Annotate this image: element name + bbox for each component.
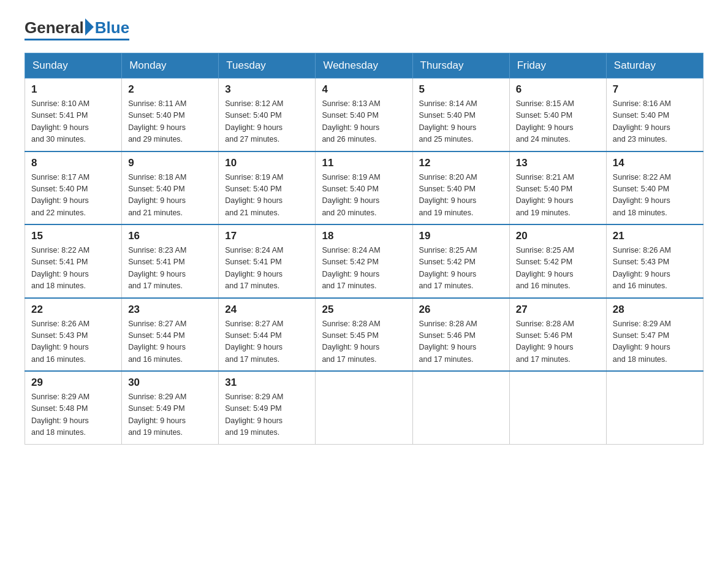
day-number: 13	[516, 157, 600, 169]
calendar-cell: 4Sunrise: 8:13 AMSunset: 5:40 PMDaylight…	[316, 79, 412, 151]
day-number: 21	[613, 230, 697, 242]
calendar-cell: 16Sunrise: 8:23 AMSunset: 5:41 PMDayligh…	[122, 224, 219, 298]
day-info: Sunrise: 8:24 AMSunset: 5:42 PMDaylight:…	[322, 245, 406, 293]
weekday-header-wednesday: Wednesday	[316, 53, 412, 79]
day-number: 28	[613, 304, 697, 316]
calendar-cell: 3Sunrise: 8:12 AMSunset: 5:40 PMDaylight…	[219, 79, 316, 151]
calendar-cell	[606, 371, 703, 444]
day-number: 26	[419, 304, 503, 316]
calendar-cell	[412, 371, 509, 444]
calendar-cell: 24Sunrise: 8:27 AMSunset: 5:44 PMDayligh…	[219, 298, 316, 372]
calendar-cell: 10Sunrise: 8:19 AMSunset: 5:40 PMDayligh…	[219, 151, 316, 225]
day-info: Sunrise: 8:29 AMSunset: 5:47 PMDaylight:…	[613, 318, 697, 366]
day-info: Sunrise: 8:29 AMSunset: 5:49 PMDaylight:…	[225, 391, 309, 439]
weekday-header-thursday: Thursday	[412, 53, 509, 79]
day-number: 17	[225, 230, 309, 242]
calendar-cell: 1Sunrise: 8:10 AMSunset: 5:41 PMDaylight…	[25, 79, 122, 151]
day-info: Sunrise: 8:22 AMSunset: 5:40 PMDaylight:…	[613, 172, 697, 220]
day-number: 9	[128, 157, 212, 169]
calendar-cell: 6Sunrise: 8:15 AMSunset: 5:40 PMDaylight…	[509, 79, 606, 151]
day-number: 24	[225, 304, 309, 316]
day-number: 8	[31, 157, 115, 169]
calendar-cell: 15Sunrise: 8:22 AMSunset: 5:41 PMDayligh…	[25, 224, 122, 298]
week-row-4: 22Sunrise: 8:26 AMSunset: 5:43 PMDayligh…	[25, 298, 703, 372]
day-number: 1	[31, 83, 115, 96]
day-info: Sunrise: 8:27 AMSunset: 5:44 PMDaylight:…	[128, 318, 212, 366]
calendar-cell: 23Sunrise: 8:27 AMSunset: 5:44 PMDayligh…	[122, 298, 219, 372]
day-number: 20	[516, 230, 600, 242]
day-info: Sunrise: 8:25 AMSunset: 5:42 PMDaylight:…	[419, 245, 503, 293]
day-info: Sunrise: 8:10 AMSunset: 5:41 PMDaylight:…	[31, 98, 115, 146]
weekday-header-saturday: Saturday	[606, 53, 703, 79]
day-info: Sunrise: 8:22 AMSunset: 5:41 PMDaylight:…	[31, 245, 115, 293]
day-info: Sunrise: 8:26 AMSunset: 5:43 PMDaylight:…	[31, 318, 115, 366]
day-info: Sunrise: 8:28 AMSunset: 5:46 PMDaylight:…	[419, 318, 503, 366]
day-info: Sunrise: 8:28 AMSunset: 5:46 PMDaylight:…	[516, 318, 600, 366]
calendar-cell: 11Sunrise: 8:19 AMSunset: 5:40 PMDayligh…	[316, 151, 412, 225]
day-number: 16	[128, 230, 212, 242]
calendar-cell: 12Sunrise: 8:20 AMSunset: 5:40 PMDayligh…	[412, 151, 509, 225]
day-info: Sunrise: 8:24 AMSunset: 5:41 PMDaylight:…	[225, 245, 309, 293]
calendar-cell: 9Sunrise: 8:18 AMSunset: 5:40 PMDaylight…	[122, 151, 219, 225]
day-number: 30	[128, 377, 212, 389]
week-row-3: 15Sunrise: 8:22 AMSunset: 5:41 PMDayligh…	[25, 224, 703, 298]
weekday-header-friday: Friday	[509, 53, 606, 79]
day-number: 11	[322, 157, 406, 169]
page-header: General Blue	[25, 18, 703, 40]
day-info: Sunrise: 8:12 AMSunset: 5:40 PMDaylight:…	[225, 98, 309, 146]
calendar-table: SundayMondayTuesdayWednesdayThursdayFrid…	[25, 53, 703, 445]
calendar-cell: 5Sunrise: 8:14 AMSunset: 5:40 PMDaylight…	[412, 79, 509, 151]
weekday-header-tuesday: Tuesday	[219, 53, 316, 79]
calendar-cell: 31Sunrise: 8:29 AMSunset: 5:49 PMDayligh…	[219, 371, 316, 444]
day-info: Sunrise: 8:18 AMSunset: 5:40 PMDaylight:…	[128, 172, 212, 220]
day-number: 5	[419, 83, 503, 96]
day-number: 4	[322, 83, 406, 96]
day-number: 14	[613, 157, 697, 169]
week-row-2: 8Sunrise: 8:17 AMSunset: 5:40 PMDaylight…	[25, 151, 703, 225]
day-number: 2	[128, 83, 212, 96]
calendar-cell: 25Sunrise: 8:28 AMSunset: 5:45 PMDayligh…	[316, 298, 412, 372]
logo-underline	[25, 39, 129, 40]
day-number: 23	[128, 304, 212, 316]
logo-triangle-icon	[85, 18, 94, 36]
calendar-cell: 27Sunrise: 8:28 AMSunset: 5:46 PMDayligh…	[509, 298, 606, 372]
day-number: 22	[31, 304, 115, 316]
day-number: 18	[322, 230, 406, 242]
day-info: Sunrise: 8:29 AMSunset: 5:48 PMDaylight:…	[31, 391, 115, 439]
day-info: Sunrise: 8:27 AMSunset: 5:44 PMDaylight:…	[225, 318, 309, 366]
calendar-cell: 22Sunrise: 8:26 AMSunset: 5:43 PMDayligh…	[25, 298, 122, 372]
day-number: 29	[31, 377, 115, 389]
calendar-cell	[316, 371, 412, 444]
calendar-cell: 19Sunrise: 8:25 AMSunset: 5:42 PMDayligh…	[412, 224, 509, 298]
calendar-cell: 17Sunrise: 8:24 AMSunset: 5:41 PMDayligh…	[219, 224, 316, 298]
day-info: Sunrise: 8:14 AMSunset: 5:40 PMDaylight:…	[419, 98, 503, 146]
day-info: Sunrise: 8:13 AMSunset: 5:40 PMDaylight:…	[322, 98, 406, 146]
day-info: Sunrise: 8:28 AMSunset: 5:45 PMDaylight:…	[322, 318, 406, 366]
day-info: Sunrise: 8:23 AMSunset: 5:41 PMDaylight:…	[128, 245, 212, 293]
weekday-header-monday: Monday	[122, 53, 219, 79]
day-info: Sunrise: 8:20 AMSunset: 5:40 PMDaylight:…	[419, 172, 503, 220]
calendar-cell	[509, 371, 606, 444]
day-info: Sunrise: 8:16 AMSunset: 5:40 PMDaylight:…	[613, 98, 697, 146]
calendar-cell: 26Sunrise: 8:28 AMSunset: 5:46 PMDayligh…	[412, 298, 509, 372]
calendar-cell: 20Sunrise: 8:25 AMSunset: 5:42 PMDayligh…	[509, 224, 606, 298]
weekday-header-row: SundayMondayTuesdayWednesdayThursdayFrid…	[25, 53, 703, 79]
day-number: 3	[225, 83, 309, 96]
day-info: Sunrise: 8:19 AMSunset: 5:40 PMDaylight:…	[225, 172, 309, 220]
calendar-cell: 13Sunrise: 8:21 AMSunset: 5:40 PMDayligh…	[509, 151, 606, 225]
calendar-cell: 14Sunrise: 8:22 AMSunset: 5:40 PMDayligh…	[606, 151, 703, 225]
calendar-cell: 30Sunrise: 8:29 AMSunset: 5:49 PMDayligh…	[122, 371, 219, 444]
calendar-cell: 18Sunrise: 8:24 AMSunset: 5:42 PMDayligh…	[316, 224, 412, 298]
day-info: Sunrise: 8:17 AMSunset: 5:40 PMDaylight:…	[31, 172, 115, 220]
day-info: Sunrise: 8:25 AMSunset: 5:42 PMDaylight:…	[516, 245, 600, 293]
logo-general-text: General	[25, 18, 84, 37]
day-info: Sunrise: 8:26 AMSunset: 5:43 PMDaylight:…	[613, 245, 697, 293]
calendar-cell: 29Sunrise: 8:29 AMSunset: 5:48 PMDayligh…	[25, 371, 122, 444]
logo: General Blue	[25, 18, 129, 40]
day-info: Sunrise: 8:21 AMSunset: 5:40 PMDaylight:…	[516, 172, 600, 220]
day-number: 15	[31, 230, 115, 242]
day-number: 12	[419, 157, 503, 169]
calendar-cell: 28Sunrise: 8:29 AMSunset: 5:47 PMDayligh…	[606, 298, 703, 372]
day-info: Sunrise: 8:11 AMSunset: 5:40 PMDaylight:…	[128, 98, 212, 146]
day-info: Sunrise: 8:29 AMSunset: 5:49 PMDaylight:…	[128, 391, 212, 439]
